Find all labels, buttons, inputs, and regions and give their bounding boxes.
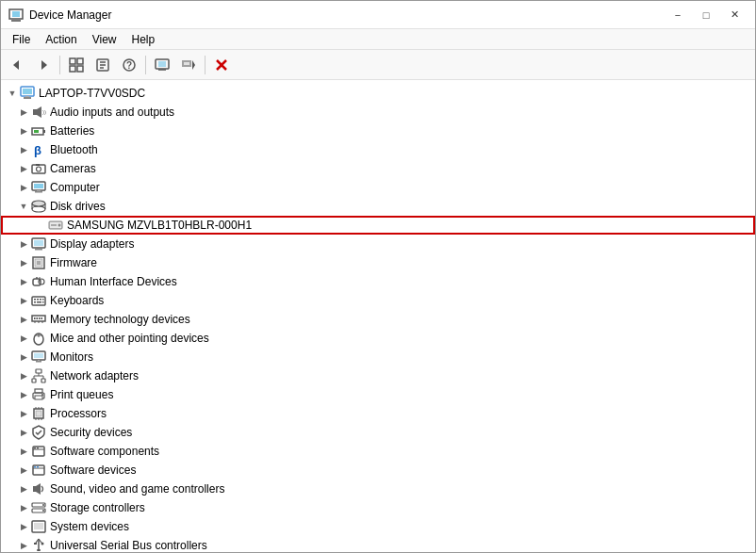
expand-firmware[interactable]: ▶ [16,255,31,270]
tree-hid[interactable]: ▶ Human Interface Devices [1,272,755,291]
tree-batteries[interactable]: ▶ Batteries [1,122,755,140]
expand-batteries[interactable]: ▶ [16,123,31,138]
svg-rect-66 [34,301,36,303]
disk-label: Disk drives [50,200,106,213]
svg-rect-32 [34,130,39,133]
expand-usb[interactable]: ▶ [16,538,31,552]
svg-rect-53 [35,249,42,251]
tree-storage[interactable]: ▶ Storage controllers [1,498,755,517]
software-components-label: Software components [50,445,159,458]
toolbar-help[interactable]: ? [117,54,141,76]
expand-storage[interactable]: ▶ [16,500,31,515]
tree-security[interactable]: ▶ Security devices [1,423,755,442]
svg-rect-19 [184,62,189,65]
tree-bluetooth[interactable]: ▶ β Bluetooth [1,140,755,159]
menu-file[interactable]: File [5,31,38,48]
minimize-button[interactable]: − [665,6,691,24]
expand-security[interactable]: ▶ [16,425,31,440]
separator-3 [205,56,205,74]
toolbar-forward[interactable] [31,54,56,76]
svg-rect-96 [36,411,41,416]
tree-audio[interactable]: ▶ )) Audio inputs and outputs [1,103,755,122]
audio-label: Audio inputs and outputs [50,106,174,119]
toolbar-back[interactable] [5,54,29,76]
svg-rect-36 [36,164,40,166]
disk-icon [31,199,46,214]
expand-sound[interactable]: ▶ [16,481,31,496]
svg-point-115 [42,504,44,506]
memory-label: Memory technology devices [50,313,190,326]
expand-disk[interactable]: ▼ [16,199,31,214]
svg-rect-27 [33,109,37,115]
menu-action[interactable]: Action [38,31,84,48]
expand-audio[interactable]: ▶ [16,105,31,120]
audio-icon: )) [31,105,46,120]
svg-marker-20 [192,60,195,70]
expand-cameras[interactable]: ▶ [16,161,31,176]
processors-label: Processors [50,407,107,420]
tree-samsung-drive[interactable]: ▶ SAMSUNG MZVLB1T0HBLR-000H1 [1,216,755,235]
tree-network[interactable]: ▶ Network adapters [1,366,755,385]
menu-view[interactable]: View [85,31,124,48]
tree-root[interactable]: ▼ LAPTOP-T7VV0SDC [1,84,755,103]
maximize-button[interactable]: □ [693,6,719,24]
content-area: ▼ LAPTOP-T7VV0SDC ▶ [1,80,755,552]
expand-monitors[interactable]: ▶ [16,350,31,365]
tree-firmware[interactable]: ▶ Firmware [1,253,755,272]
svg-point-116 [42,510,44,512]
tree-memory[interactable]: ▶ Memory technology de [1,310,755,329]
expand-network[interactable]: ▶ [16,368,31,383]
device-manager-window: Device Manager − □ ✕ File Action View He… [0,0,756,553]
expand-software-components[interactable]: ▶ [16,444,31,459]
expand-memory[interactable]: ▶ [16,312,31,327]
svg-rect-1 [11,20,21,22]
tree-processors[interactable]: ▶ Processors [1,404,755,423]
svg-rect-26 [25,96,29,97]
drive-icon [48,218,63,233]
network-label: Network adapters [50,369,139,382]
svg-rect-111 [33,486,36,492]
expand-root[interactable]: ▼ [5,86,20,101]
svg-rect-71 [37,317,39,319]
svg-point-42 [32,201,45,206]
expand-display[interactable]: ▶ [16,236,31,252]
tree-display[interactable]: ▶ Display adapters [1,235,755,253]
toolbar-properties[interactable] [90,54,115,76]
tree-wrapper: ▼ LAPTOP-T7VV0SDC ▶ [1,80,755,552]
expand-bluetooth[interactable]: ▶ [16,142,31,157]
svg-marker-4 [41,60,47,70]
tree-disk-drives[interactable]: ▼ Disk drives [1,197,755,216]
tree-computer[interactable]: ▶ Computer [1,178,755,197]
root-label: LAPTOP-T7VV0SDC [39,87,145,100]
svg-rect-47 [51,224,57,226]
expand-hid[interactable]: ▶ [16,274,31,289]
system-label: System devices [50,520,129,533]
svg-marker-28 [37,106,41,118]
tree-cameras[interactable]: ▶ Cameras [1,159,755,178]
menu-help[interactable]: Help [124,31,163,48]
expand-system[interactable]: ▶ [16,519,31,534]
expand-print[interactable]: ▶ [16,387,31,402]
toolbar-show-hidden[interactable] [64,54,89,76]
tree-print[interactable]: ▶ Print queues [1,385,755,404]
toolbar-scan[interactable] [150,54,174,76]
tree-monitors[interactable]: ▶ Monitors [1,348,755,366]
expand-keyboards[interactable]: ▶ [16,293,31,308]
toolbar-update[interactable] [176,54,201,76]
tree-sound[interactable]: ▶ Sound, video and game controllers [1,480,755,498]
expand-processors[interactable]: ▶ [16,406,31,421]
tree-system[interactable]: ▶ System devices [1,517,755,536]
expand-computer[interactable]: ▶ [16,180,31,195]
expand-software-devices[interactable]: ▶ [16,463,31,478]
tree-usb[interactable]: ▶ Universal Serial Bus controllers [1,536,755,552]
device-tree[interactable]: ▼ LAPTOP-T7VV0SDC ▶ [1,80,755,552]
software-icon [31,444,46,459]
expand-mice[interactable]: ▶ [16,331,31,346]
tree-keyboards[interactable]: ▶ Keyboards [1,291,755,310]
toolbar: ? [1,50,755,80]
tree-software-components[interactable]: ▶ Software components [1,442,755,461]
close-button[interactable]: ✕ [721,6,748,24]
toolbar-delete[interactable] [209,54,234,76]
tree-mice[interactable]: ▶ Mice and other pointing devices [1,329,755,348]
tree-software-devices[interactable]: ▶ Software devices [1,461,755,480]
